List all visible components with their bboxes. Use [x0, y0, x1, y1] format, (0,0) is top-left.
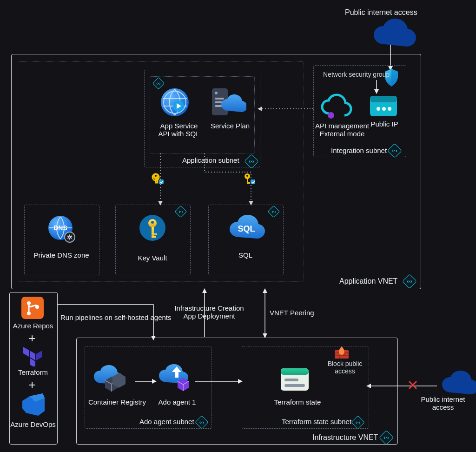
- label-keyvault: Key Vault: [115, 254, 190, 262]
- label-nsg: Network security group: [323, 71, 390, 78]
- label-api-mgmt: API management External mode: [314, 122, 370, 138]
- service-plan-icon: [209, 86, 246, 119]
- ado-agent-icon: [156, 361, 195, 393]
- svg-rect-73: [284, 379, 298, 381]
- public-ip-icon: [368, 93, 399, 119]
- container-registry-icon: [91, 363, 133, 393]
- label-integration-subnet: Integration subnet: [331, 146, 387, 154]
- terraform-state-icon: [278, 366, 311, 393]
- label-dns: Private DNS zone: [24, 251, 99, 259]
- label-terraform: Terraform: [8, 368, 58, 376]
- svg-line-18: [409, 381, 416, 389]
- label-service-plan: Service Plan: [208, 122, 252, 130]
- label-devops: Azure DevOps: [7, 420, 60, 428]
- label-tf-subnet: Terraform state subnet: [282, 418, 351, 425]
- svg-point-54: [382, 107, 386, 111]
- svg-text:✲: ✲: [67, 233, 73, 241]
- label-sql: SQL: [208, 251, 283, 259]
- label-app-service: App Service API with SQL: [153, 122, 205, 138]
- label-run-pipelines: Run pipelines on self-hosted agents: [60, 313, 172, 321]
- svg-rect-63: [152, 227, 154, 237]
- azure-devops-icon: [20, 392, 46, 419]
- label-vnet-peering: VNET Peering: [270, 309, 314, 317]
- svg-rect-74: [284, 384, 305, 387]
- svg-rect-65: [152, 236, 156, 238]
- api-management-icon: [320, 93, 352, 121]
- label-infra-creation: Infrastructure Creation App Deployment: [167, 304, 251, 320]
- label-block-public: Block public access: [322, 360, 368, 375]
- sql-icon: SQL: [227, 213, 266, 243]
- label-application-subnet: Application subnet: [182, 156, 239, 164]
- dns-icon: DNS ✲: [46, 214, 78, 246]
- svg-rect-47: [215, 98, 224, 100]
- label-application-vnet: Application VNET: [339, 277, 397, 286]
- app-service-icon: [158, 86, 192, 119]
- label-ado-agent: Ado agent 1: [152, 398, 203, 406]
- label-tf-state: Terraform state: [265, 398, 330, 406]
- svg-point-53: [377, 107, 380, 111]
- svg-rect-67: [21, 297, 44, 319]
- svg-rect-52: [370, 96, 397, 102]
- svg-point-69: [27, 312, 31, 315]
- label-repos: Azure Repos: [8, 322, 58, 330]
- svg-point-55: [388, 107, 391, 111]
- label-registry: Container Registry: [85, 398, 150, 406]
- svg-point-50: [328, 112, 334, 119]
- keyvault-icon: [138, 212, 167, 245]
- label-public-ip: Public IP: [368, 120, 401, 128]
- svg-point-68: [27, 301, 31, 305]
- svg-text:DNS: DNS: [53, 224, 67, 232]
- svg-point-62: [151, 221, 154, 224]
- terraform-icon: [22, 344, 44, 366]
- svg-line-17: [409, 381, 416, 389]
- svg-rect-72: [281, 368, 309, 375]
- label-public-internet-top: Public internet access: [345, 8, 417, 17]
- label-public-internet-right: Public internet access: [413, 395, 473, 411]
- plus-1: +: [27, 331, 37, 346]
- svg-rect-64: [152, 233, 157, 235]
- svg-text:SQL: SQL: [238, 224, 255, 233]
- label-ado-subnet: Ado agent subnet: [139, 418, 194, 425]
- plus-2: +: [27, 378, 37, 392]
- svg-point-46: [215, 92, 218, 94]
- label-infra-vnet: Infrastructure VNET: [312, 433, 378, 442]
- diagram-canvas: ‹·› ‹·› ‹·› ‹·› ‹·› ‹·› ‹·› ‹·› ‹·›: [0, 0, 476, 452]
- azure-repos-icon: [20, 296, 45, 320]
